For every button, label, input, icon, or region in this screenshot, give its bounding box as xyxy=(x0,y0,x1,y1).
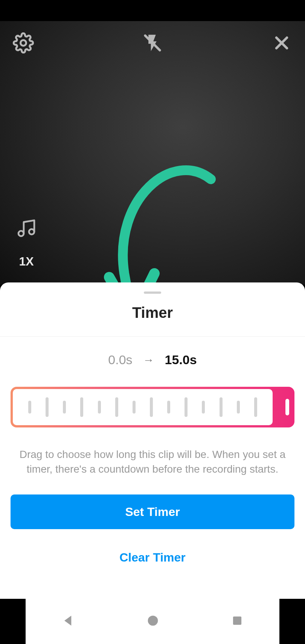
svg-point-5 xyxy=(29,229,34,234)
close-button[interactable] xyxy=(270,32,293,54)
app-screen: 1X Timer 0.0s → 15.0s xyxy=(0,0,305,644)
clear-timer-button[interactable]: Clear Timer xyxy=(11,544,294,571)
svg-point-6 xyxy=(148,616,158,626)
sheet-grabber[interactable] xyxy=(144,291,161,294)
close-icon xyxy=(273,34,291,52)
circle-home-icon xyxy=(145,613,160,628)
timer-slider-handle[interactable] xyxy=(285,399,289,415)
system-nav-bar xyxy=(26,599,279,644)
slider-tick xyxy=(150,397,153,417)
slider-tick xyxy=(254,397,257,417)
system-status-bar xyxy=(0,0,305,21)
square-recents-icon xyxy=(230,613,244,628)
nav-home-button[interactable] xyxy=(145,613,160,630)
speed-button[interactable]: 1X xyxy=(19,255,34,269)
timer-range-display: 0.0s → 15.0s xyxy=(0,353,305,367)
timer-end-label: 15.0s xyxy=(165,353,197,367)
slider-tick xyxy=(167,401,170,414)
slider-tick xyxy=(98,401,101,414)
flash-toggle-button[interactable] xyxy=(141,32,164,54)
arrow-right-icon: → xyxy=(143,354,154,366)
slider-tick xyxy=(115,397,118,417)
timer-bottom-sheet: Timer 0.0s → 15.0s xyxy=(0,282,305,599)
camera-top-controls xyxy=(0,32,305,54)
slider-tick xyxy=(63,401,66,414)
svg-point-4 xyxy=(18,231,24,236)
slider-tick xyxy=(28,401,31,414)
set-timer-button[interactable]: Set Timer xyxy=(11,494,294,529)
nav-back-button[interactable] xyxy=(61,613,76,630)
svg-rect-7 xyxy=(233,617,241,625)
slider-tick xyxy=(46,397,49,417)
settings-button[interactable] xyxy=(12,32,35,54)
camera-side-controls: 1X xyxy=(15,217,38,269)
slider-tick xyxy=(185,397,188,417)
nav-recents-button[interactable] xyxy=(230,613,244,629)
slider-tick xyxy=(133,401,136,414)
sheet-title: Timer xyxy=(0,304,305,337)
music-icon xyxy=(16,218,37,239)
slider-tick xyxy=(202,401,205,414)
gear-icon xyxy=(13,32,34,53)
camera-viewport: 1X xyxy=(0,21,305,285)
timer-start-label: 0.0s xyxy=(108,353,132,367)
triangle-back-icon xyxy=(61,613,76,628)
svg-point-0 xyxy=(21,40,26,46)
slider-tick xyxy=(237,401,240,414)
timer-help-text: Drag to choose how long this clip will b… xyxy=(15,447,290,476)
music-button[interactable] xyxy=(15,217,38,240)
flash-off-icon xyxy=(143,33,162,53)
tutorial-arrow-icon xyxy=(98,153,218,285)
timer-slider-track xyxy=(13,389,273,425)
timer-slider[interactable] xyxy=(11,387,294,427)
slider-tick xyxy=(80,397,83,417)
slider-tick xyxy=(220,397,223,417)
